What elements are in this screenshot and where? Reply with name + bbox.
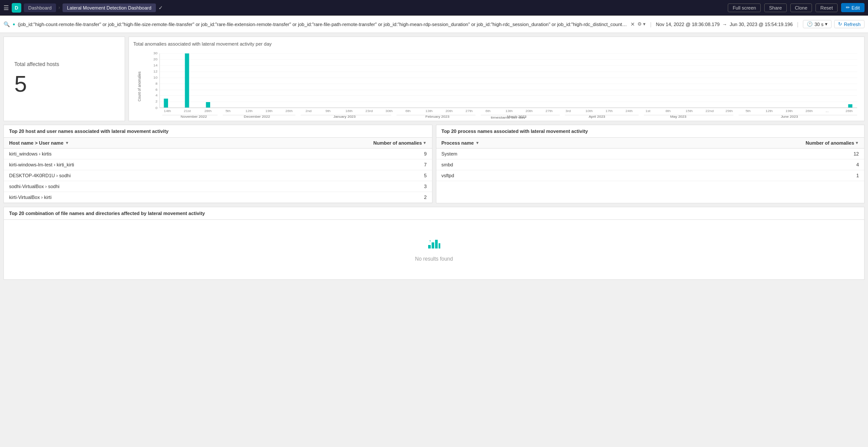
sort-icon-anomalies: ▼: [423, 141, 427, 145]
tab-lateral-movement[interactable]: Lateral Movement Detection Dashboard: [63, 3, 155, 12]
svg-text:12th: 12th: [766, 109, 773, 113]
refresh-button[interactable]: ↻ Refresh: [834, 20, 865, 28]
svg-text:28th: 28th: [205, 109, 212, 113]
col-process-name[interactable]: Process name ▼: [442, 140, 806, 146]
svg-text:April 2023: April 2023: [589, 115, 605, 119]
time-start: Nov 14, 2022 @ 18:36:08.179: [656, 22, 719, 27]
svg-text:17th: 17th: [605, 109, 613, 113]
host-table-col-header: Host name > User name ▼ Number of anomal…: [4, 138, 432, 149]
col-host-label: Host name > User name: [9, 140, 63, 146]
divider: |: [650, 21, 651, 27]
row-host-3: DESKTOP-4K0RD1U › sodhi: [9, 173, 424, 178]
sort-icon-process: ▼: [475, 141, 479, 145]
svg-text:5th: 5th: [225, 109, 231, 113]
row-count-1: 9: [424, 151, 426, 156]
svg-text:November 2022: November 2022: [181, 115, 207, 119]
tab-dashboard[interactable]: Dashboard: [24, 3, 56, 12]
col-host-name[interactable]: Host name > User name ▼: [9, 140, 373, 146]
table-row[interactable]: kirti-VirtualBox › kirti 2: [4, 192, 432, 203]
col-anomalies-label: Number of anomalies: [373, 140, 422, 146]
clock-icon: 🕐: [807, 21, 813, 27]
process-table-title: Top 20 process names associated with lat…: [436, 125, 865, 138]
refresh-label: Refresh: [844, 22, 861, 27]
table-row[interactable]: DESKTOP-4K0RD1U › sodhi 5: [4, 170, 432, 181]
host-table-title: Top 20 host and user names associated wi…: [4, 125, 432, 138]
svg-text:20th: 20th: [446, 109, 453, 113]
svg-text:12th: 12th: [245, 109, 253, 113]
svg-text:23rd: 23rd: [366, 109, 373, 113]
col-process-anomalies[interactable]: Number of anomalies ▼: [805, 140, 859, 146]
time-arrow-icon: →: [722, 22, 727, 27]
refresh-interval-selector[interactable]: 🕐 30 s ▾: [803, 20, 832, 28]
refresh-interval-value: 30 s: [815, 22, 824, 27]
process-table-widget: Top 20 process names associated with lat…: [436, 125, 865, 203]
table-row[interactable]: kirti-windows-lm-test › kirti_kirti 7: [4, 159, 432, 170]
svg-text:0: 0: [155, 106, 158, 110]
chart-title: Total anomalies associated with lateral …: [133, 41, 860, 46]
sort-icon-host: ▼: [65, 141, 69, 145]
col-process-anomalies-label: Number of anomalies: [805, 140, 854, 146]
bar-jun-26: [848, 104, 852, 108]
chart-svg: Count of anomalies 0 2 4 6 8 10: [133, 49, 860, 119]
svg-text:19th: 19th: [265, 109, 273, 113]
svg-text:20: 20: [153, 58, 158, 61]
row-count-3: 5: [424, 173, 426, 178]
process-table-col-header: Process name ▼ Number of anomalies ▼: [436, 138, 865, 149]
chart-area: Count of anomalies 0 2 4 6 8 10: [133, 49, 860, 116]
tables-row: Top 20 host and user names associated wi…: [3, 125, 865, 203]
svg-rect-77: [435, 240, 438, 248]
svg-text:1st: 1st: [646, 109, 651, 113]
table-row[interactable]: vsftpd 1: [436, 170, 865, 181]
chevron-down-icon: ▾: [825, 21, 828, 27]
nav-right: Full screen Share Clone Reset ✏ Edit: [728, 3, 865, 12]
table-row[interactable]: sodhi-VirtualBox › sodhi 3: [4, 181, 432, 192]
top-nav-bar: ☰ D Dashboard › Lateral Movement Detecti…: [0, 0, 868, 16]
clear-icon[interactable]: ✕: [630, 21, 635, 27]
divider2: |: [797, 21, 799, 27]
nav-left: ☰ D Dashboard › Lateral Movement Detecti…: [3, 3, 163, 13]
search-icon: 🔍: [3, 21, 10, 27]
row-count-5: 2: [424, 195, 426, 200]
sort-icon-process-count: ▼: [855, 141, 859, 145]
no-results-text: No results found: [415, 256, 453, 262]
svg-text:16th: 16th: [346, 109, 353, 113]
tab-lateral-movement-label: Lateral Movement Detection Dashboard: [67, 5, 151, 10]
fullscreen-button[interactable]: Full screen: [728, 3, 761, 12]
query-bar: 🔍 ● ✕ ⚙ ▾ | Nov 14, 2022 @ 18:36:08.179 …: [0, 16, 868, 33]
svg-text:...: ...: [825, 109, 828, 113]
col-anomalies[interactable]: Number of anomalies ▼: [373, 140, 427, 146]
share-button[interactable]: Share: [764, 3, 786, 12]
edit-label: Edit: [851, 5, 860, 10]
svg-text:14th: 14th: [164, 109, 171, 113]
table-row[interactable]: smbd 4: [436, 159, 865, 170]
svg-text:30th: 30th: [386, 109, 393, 113]
svg-text:22nd: 22nd: [706, 109, 714, 113]
svg-text:January 2023: January 2023: [333, 115, 356, 119]
svg-text:27th: 27th: [465, 109, 473, 113]
svg-rect-75: [428, 245, 431, 248]
no-results-area: ? No results found: [4, 220, 864, 279]
svg-text:6th: 6th: [485, 109, 491, 113]
host-table-rows: kirti_windows › kirtis 9 kirti-windows-l…: [4, 149, 432, 203]
svg-text:26th: 26th: [845, 109, 853, 113]
table-row[interactable]: kirti_windows › kirtis 9: [4, 149, 432, 159]
edit-button[interactable]: ✏ Edit: [841, 3, 865, 12]
row-host-4: sodhi-VirtualBox › sodhi: [9, 184, 424, 189]
svg-text:9th: 9th: [325, 109, 330, 113]
svg-rect-78: [439, 243, 440, 248]
process-table-rows: System 12 smbd 4 vsftpd 1: [436, 149, 865, 181]
table-row[interactable]: System 12: [436, 149, 865, 159]
svg-text:6th: 6th: [406, 109, 411, 113]
reset-button[interactable]: Reset: [815, 3, 838, 12]
bar-nov-28: [206, 102, 210, 108]
svg-text:10: 10: [153, 76, 158, 79]
top-row: Total affected hosts 5 Total anomalies a…: [3, 36, 865, 121]
hamburger-icon[interactable]: ☰: [3, 4, 9, 11]
clone-button[interactable]: Clone: [790, 3, 812, 12]
svg-text:3rd: 3rd: [565, 109, 571, 113]
no-results-icon: ?: [427, 237, 441, 252]
query-input[interactable]: [18, 22, 628, 27]
settings-icon[interactable]: ⚙ ▾: [637, 21, 646, 27]
row-process-1: System: [442, 151, 854, 156]
svg-text:14: 14: [153, 64, 158, 67]
